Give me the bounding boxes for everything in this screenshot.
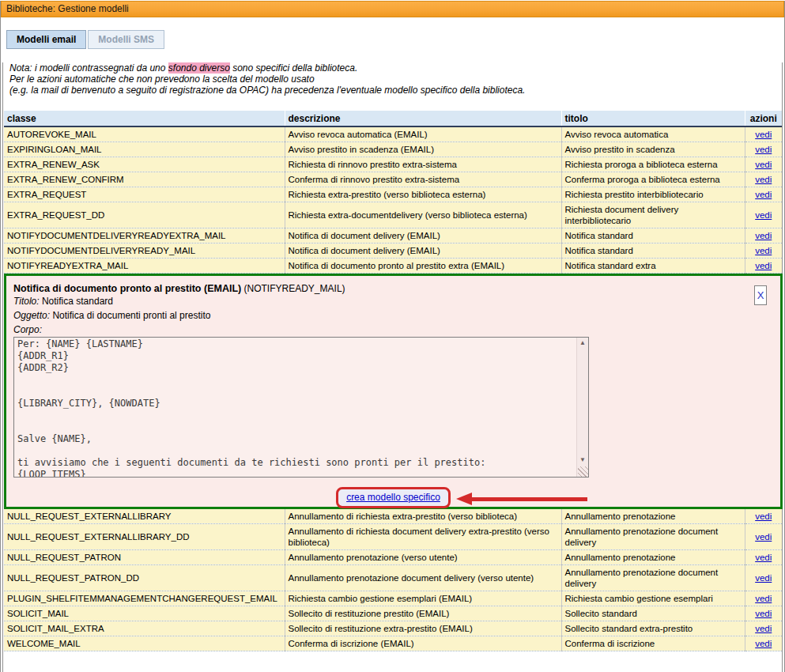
- cell-titolo: Richiesta proroga a biblioteca esterna: [561, 157, 745, 172]
- cell-classe: EXTRA_REQUEST: [4, 187, 285, 202]
- cell-azioni: vedi: [745, 565, 782, 591]
- table-row: EXTRA_RENEW_ASKRichiesta di rinnovo pres…: [4, 157, 782, 172]
- detail-corpo-label: Corpo:: [13, 323, 780, 337]
- app-window: Biblioteche: Gestione modelli Modelli em…: [0, 1, 785, 672]
- cell-azioni: vedi: [745, 550, 782, 565]
- cell-classe: SOLICIT_MAIL: [4, 606, 285, 621]
- cell-titolo: Richiesta prestito interbibliotecario: [561, 187, 745, 202]
- cell-titolo: Richiesta cambio gestione esemplari: [561, 591, 745, 606]
- table-row: NULL_REQUEST_PATRON_DDAnnullamento preno…: [4, 565, 782, 591]
- vedi-link[interactable]: vedi: [755, 609, 772, 618]
- cell-azioni: vedi: [745, 142, 782, 157]
- cell-azioni: vedi: [745, 509, 782, 524]
- cell-classe: AUTOREVOKE_MAIL: [4, 126, 285, 142]
- vedi-link[interactable]: vedi: [755, 594, 772, 603]
- cell-classe: NOTIFYDOCUMENTDELIVERYREADY_MAIL: [4, 244, 285, 259]
- table-row: EXTRA_RENEW_CONFIRMConferma di rinnovo p…: [4, 172, 782, 187]
- vedi-link[interactable]: vedi: [755, 190, 772, 199]
- cell-descrizione: Notifica di document delivery (EMAIL): [285, 244, 561, 259]
- cell-descrizione: Notifica di document delivery (EMAIL): [285, 228, 561, 244]
- cell-classe: PLUGIN_SHELFITEMMANAGEMENTCHANGEREQUEST_…: [4, 591, 285, 606]
- column-header-descrizione: descrizione: [285, 111, 561, 126]
- detail-oggetto-line: Oggetto: Notifica di documenti pronti al…: [13, 308, 780, 323]
- detail-titolo-value: Notifica standard: [42, 296, 113, 307]
- cell-azioni: vedi: [745, 621, 782, 636]
- tab-content-panel: Nota: i modelli contrassegnati da uno sf…: [2, 62, 783, 672]
- cell-titolo: Avviso prestito in scadenza: [561, 142, 745, 157]
- cell-descrizione: Annullamento prenotazione (verso utente): [285, 550, 561, 565]
- cell-titolo: Conferma proroga a biblioteca esterna: [561, 172, 745, 187]
- note-line-2: Per le azioni automatiche che non preved…: [9, 74, 782, 85]
- vedi-link[interactable]: vedi: [755, 175, 772, 184]
- cell-descrizione: Richiesta di rinnovo prestito extra-sist…: [285, 157, 561, 172]
- cell-descrizione: Annullamento di richiesta document deliv…: [285, 524, 561, 550]
- table-row: NULL_REQUEST_EXTERNALLIBRARYAnnullamento…: [4, 509, 782, 524]
- vedi-link[interactable]: vedi: [755, 231, 772, 240]
- cell-descrizione: Notifica di documento pronto al prestito…: [285, 259, 561, 274]
- vedi-link[interactable]: vedi: [755, 624, 772, 633]
- annotation-arrow-icon: [456, 493, 587, 505]
- tab-modelli-email[interactable]: Modelli email: [6, 30, 86, 49]
- cell-azioni: vedi: [745, 636, 782, 651]
- table-row: NOTIFYDOCUMENTDELIVERYREADY_MAILNotifica…: [4, 244, 782, 259]
- crea-modello-specifico-link[interactable]: crea modello specifico: [346, 492, 440, 503]
- resize-grip-icon[interactable]: [578, 466, 588, 477]
- note-line-1: Nota: i modelli contrassegnati da uno sf…: [9, 62, 782, 74]
- cell-azioni: vedi: [745, 228, 782, 244]
- vedi-link[interactable]: vedi: [755, 639, 772, 648]
- cell-classe: WELCOME_MAIL: [4, 636, 285, 651]
- column-header-azioni: azioni: [745, 111, 782, 126]
- vedi-link[interactable]: vedi: [755, 160, 772, 169]
- vedi-link[interactable]: vedi: [755, 512, 772, 521]
- table-row: WELCOME_MAILConferma di iscrizione (EMAI…: [4, 636, 782, 651]
- table-header-row: classe descrizione titolo azioni: [4, 111, 782, 126]
- cell-descrizione: Annullamento di richiesta extra-prestito…: [285, 509, 561, 524]
- template-detail-panel: X Notifica di documento pronto al presti…: [4, 274, 783, 509]
- vedi-link[interactable]: vedi: [755, 261, 772, 270]
- vedi-link[interactable]: vedi: [755, 573, 772, 583]
- cell-classe: NOTIFYREADYEXTRA_MAIL: [4, 259, 285, 274]
- cell-descrizione: Conferma di iscrizione (EMAIL): [285, 636, 561, 651]
- cell-azioni: vedi: [745, 244, 782, 259]
- cell-descrizione: Avviso prestito in scadenza (EMAIL): [285, 142, 561, 157]
- table-row: PLUGIN_SHELFITEMMANAGEMENTCHANGEREQUEST_…: [4, 591, 782, 606]
- cell-descrizione: Sollecito di restituzione prestito (EMAI…: [285, 606, 561, 621]
- cell-titolo: Annullamento prenotazione: [561, 509, 745, 524]
- textarea-scrollbar[interactable]: ▲ ▼: [576, 338, 588, 477]
- close-button[interactable]: X: [754, 285, 767, 305]
- table-row: SOLICIT_MAIL_EXTRASollecito di restituzi…: [4, 621, 782, 636]
- cell-descrizione: Richiesta extra-prestito (verso bibliote…: [285, 187, 561, 202]
- window-title-bar: Biblioteche: Gestione modelli: [1, 1, 784, 17]
- vedi-link[interactable]: vedi: [755, 130, 772, 139]
- cell-classe: EXTRA_RENEW_CONFIRM: [4, 172, 285, 187]
- body-textarea[interactable]: Per: {NAME} {LASTNAME} {ADDR_R1} {ADDR_R…: [13, 337, 589, 478]
- cell-titolo: Sollecito standard extra-prestito: [561, 621, 745, 636]
- vedi-link[interactable]: vedi: [755, 553, 772, 562]
- column-header-titolo: titolo: [561, 111, 745, 126]
- cell-descrizione: Annullamento prenotazione document deliv…: [285, 565, 561, 591]
- vedi-link[interactable]: vedi: [755, 246, 772, 255]
- page-title: Biblioteche: Gestione modelli: [6, 3, 129, 14]
- tab-modelli-sms[interactable]: Modelli SMS: [88, 30, 164, 49]
- cell-classe: NULL_REQUEST_PATRON: [4, 550, 285, 565]
- detail-title: Notifica di documento pronto al prestito…: [13, 283, 780, 294]
- vedi-link[interactable]: vedi: [755, 210, 772, 220]
- cell-descrizione: Richiesta extra-documentdelivery (verso …: [285, 202, 561, 228]
- detail-title-code: (NOTIFYREADY_MAIL): [244, 283, 345, 294]
- scroll-down-icon[interactable]: ▼: [577, 455, 588, 466]
- cell-classe: EXTRA_RENEW_ASK: [4, 157, 285, 172]
- cell-titolo: Notifica standard: [561, 228, 745, 244]
- table-row: EXTRA_REQUESTRichiesta extra-prestito (v…: [4, 187, 782, 202]
- cell-titolo: Notifica standard extra: [561, 259, 745, 274]
- cell-azioni: vedi: [745, 187, 782, 202]
- vedi-link[interactable]: vedi: [755, 532, 772, 542]
- cell-titolo: Sollecito standard: [561, 606, 745, 621]
- cell-azioni: vedi: [745, 606, 782, 621]
- scroll-up-icon[interactable]: ▲: [577, 338, 588, 349]
- cell-azioni: vedi: [745, 172, 782, 187]
- cell-classe: NULL_REQUEST_PATRON_DD: [4, 565, 285, 591]
- cell-azioni: vedi: [745, 524, 782, 550]
- vedi-link[interactable]: vedi: [755, 145, 772, 154]
- tab-bar: Modelli email Modelli SMS: [6, 30, 784, 49]
- tab-label: Modelli SMS: [98, 34, 154, 45]
